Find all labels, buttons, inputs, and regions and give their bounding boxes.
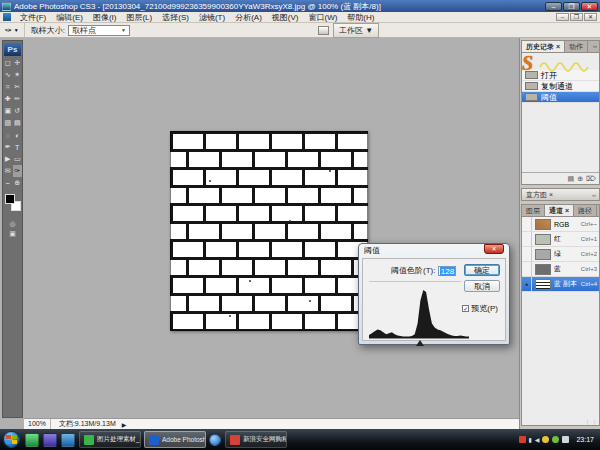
- tool-button[interactable]: ↺: [13, 105, 23, 117]
- menu-item[interactable]: 文件(F): [15, 12, 51, 23]
- tool-button[interactable]: ▭: [13, 153, 23, 165]
- eye-visibility-icon[interactable]: [522, 262, 532, 276]
- tool-button[interactable]: ⌣: [3, 177, 13, 189]
- tab-layers[interactable]: 图层: [522, 205, 545, 216]
- history-footer-icon[interactable]: ⊕: [577, 175, 583, 183]
- maximize-button[interactable]: ❐: [563, 2, 580, 11]
- tool-button[interactable]: ▨: [3, 117, 13, 129]
- menu-item[interactable]: 窗口(W): [303, 12, 342, 23]
- foreground-color-swatch[interactable]: [5, 194, 15, 204]
- channel-row[interactable]: ● 蓝 副本 Ctrl+4: [522, 277, 599, 292]
- menu-item[interactable]: 选择(S): [157, 12, 194, 23]
- eye-visibility-icon[interactable]: [522, 247, 532, 261]
- ps-logo: Ps: [4, 43, 21, 56]
- tool-button[interactable]: ◌: [3, 129, 13, 141]
- sample-size-select[interactable]: 取样点 ▼: [68, 25, 130, 36]
- tab-paths[interactable]: 路径: [574, 205, 597, 216]
- tool-button[interactable]: ✂: [13, 81, 23, 93]
- channel-row[interactable]: 绿 Ctrl+2: [522, 247, 599, 262]
- quick-launch-icon-2[interactable]: [43, 433, 57, 447]
- tool-button[interactable]: ◻: [3, 57, 13, 69]
- tool-button[interactable]: ✉: [3, 165, 13, 177]
- taskbar-task-photoshop[interactable]: Adobe Photoshop...: [144, 431, 206, 448]
- close-button[interactable]: ✕: [581, 2, 598, 11]
- quick-launch-icon-3[interactable]: [61, 433, 75, 447]
- tool-button[interactable]: ✏: [13, 93, 23, 105]
- history-state-row[interactable]: 打开: [522, 70, 599, 81]
- eye-visibility-icon[interactable]: ●: [522, 277, 532, 291]
- canvas-area[interactable]: [24, 38, 519, 418]
- tray-app-icon[interactable]: [562, 436, 569, 443]
- history-footer-icon[interactable]: ▤: [568, 175, 575, 183]
- channel-row[interactable]: 红 Ctrl+1: [522, 232, 599, 247]
- doc-restore-button[interactable]: ❐: [570, 13, 583, 21]
- dialog-close-button[interactable]: ✕: [484, 244, 504, 254]
- doc-close-button[interactable]: ✕: [584, 13, 597, 21]
- menu-item[interactable]: 帮助(H): [342, 12, 379, 23]
- history-state-row[interactable]: 阈值: [522, 92, 599, 103]
- channel-row[interactable]: RGB Ctrl+~: [522, 217, 599, 232]
- taskbar-clock[interactable]: 23:17: [572, 436, 600, 443]
- eye-visibility-icon[interactable]: [522, 217, 532, 231]
- tool-button[interactable]: ✚: [3, 93, 13, 105]
- tool-button[interactable]: ▶: [3, 153, 13, 165]
- eye-visibility-icon[interactable]: [522, 232, 532, 246]
- menu-item[interactable]: 分析(A): [230, 12, 267, 23]
- tab-actions[interactable]: 动作: [565, 41, 588, 52]
- task-label: 图片处理素材_36...: [97, 435, 141, 444]
- sample-size-value: 取样点: [72, 25, 96, 36]
- tool-button[interactable]: ⊕: [13, 177, 23, 189]
- tool-button[interactable]: ◐: [13, 129, 23, 141]
- taskbar-task-3[interactable]: 新浪安全网购精选...: [225, 431, 287, 448]
- tab-channels[interactable]: 通道 ×: [545, 205, 574, 216]
- channel-row[interactable]: 蓝 Ctrl+3: [522, 262, 599, 277]
- tab-history[interactable]: 历史记录 ×: [522, 41, 565, 52]
- start-button[interactable]: [3, 431, 20, 448]
- histogram-palette-collapsed[interactable]: 直方图 × ‹‹: [521, 188, 600, 201]
- taskbar-task-1[interactable]: 图片处理素材_36...: [79, 431, 141, 448]
- minimize-button[interactable]: –: [545, 2, 562, 11]
- tool-button[interactable]: ⌗: [3, 81, 13, 93]
- document-image[interactable]: [170, 131, 368, 331]
- tool-button[interactable]: ✶: [13, 69, 23, 81]
- tool-button[interactable]: ▤: [13, 117, 23, 129]
- resize-grip-icon[interactable]: ⋮⋮: [584, 419, 598, 427]
- menu-item[interactable]: 图层(L): [121, 12, 157, 23]
- preview-checkbox[interactable]: ✓: [462, 305, 469, 312]
- messenger-icon[interactable]: [209, 434, 221, 446]
- panel-collapse-icon[interactable]: ‹‹: [588, 192, 599, 198]
- tool-button[interactable]: ✛: [13, 57, 23, 69]
- history-footer-icon[interactable]: ⌦: [586, 175, 596, 183]
- history-state-row[interactable]: 复制通道: [522, 81, 599, 92]
- cancel-button[interactable]: 取消: [464, 280, 500, 292]
- tool-button[interactable]: ✑: [13, 165, 23, 177]
- network-icon[interactable]: ▮: [529, 436, 532, 443]
- status-yellow-icon[interactable]: [542, 436, 549, 443]
- channel-shortcut: Ctrl+~: [581, 221, 599, 227]
- menu-item[interactable]: 图像(I): [88, 12, 122, 23]
- tool-button[interactable]: T: [13, 141, 23, 153]
- status-green-icon[interactable]: [552, 436, 559, 443]
- status-menu-arrow-icon[interactable]: ▶: [122, 421, 127, 428]
- security-tray-icon[interactable]: [519, 436, 526, 443]
- channels-panel: 图层 通道 × 路径 RGB Ctrl+~ 红 Ctrl+1: [521, 204, 600, 426]
- menu-item[interactable]: 视图(V): [267, 12, 304, 23]
- tool-button[interactable]: ∿: [3, 69, 13, 81]
- volume-icon[interactable]: ◀: [535, 436, 540, 443]
- tool-button[interactable]: ▣: [3, 105, 13, 117]
- threshold-level-input[interactable]: 128: [438, 266, 456, 276]
- panel-collapse-icon[interactable]: ‹‹: [591, 41, 599, 52]
- tool-preset-picker[interactable]: ✑ ▼: [0, 23, 25, 37]
- ok-button[interactable]: 确定: [464, 264, 500, 276]
- tool-button[interactable]: ✒: [3, 141, 13, 153]
- workspace-button[interactable]: 工作区 ▼: [333, 23, 379, 38]
- menu-item[interactable]: 滤镜(T): [194, 12, 230, 23]
- quick-launch-icon-1[interactable]: [25, 433, 39, 447]
- threshold-slider-handle[interactable]: [416, 340, 424, 346]
- quick-mask-icon[interactable]: ◎: [9, 220, 15, 228]
- channel-shortcut: Ctrl+1: [581, 236, 599, 242]
- menu-item[interactable]: 编辑(E): [51, 12, 88, 23]
- screen-mode-icon[interactable]: ▣: [9, 230, 16, 238]
- doc-minimize-button[interactable]: –: [556, 13, 569, 21]
- zoom-level-field[interactable]: 100%: [24, 419, 51, 429]
